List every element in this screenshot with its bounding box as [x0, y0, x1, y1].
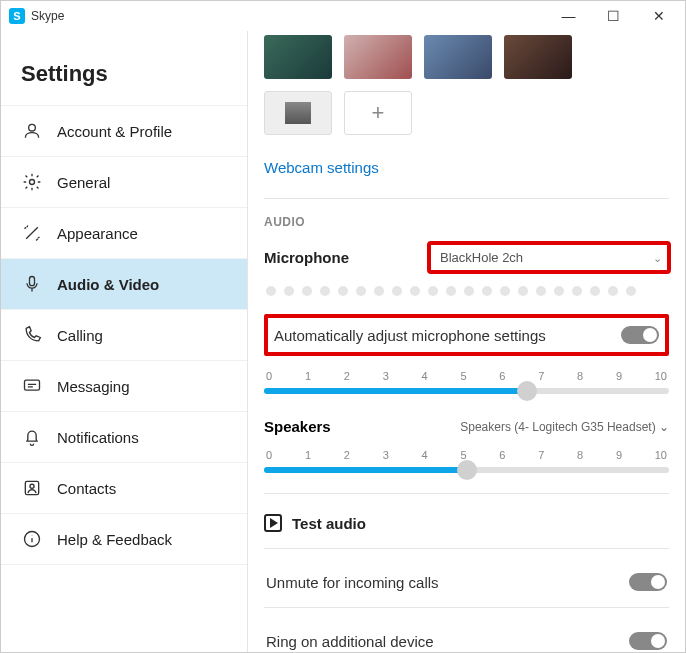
ring-additional-row: Ring on additional device: [264, 626, 669, 652]
audio-section-label: AUDIO: [264, 215, 669, 229]
sidebar-item-audio-video[interactable]: Audio & Video: [1, 258, 247, 309]
bg-thumb[interactable]: [424, 35, 492, 79]
chevron-down-icon: ⌄: [659, 420, 669, 434]
sidebar-item-contacts[interactable]: Contacts: [1, 462, 247, 513]
mic-slider-thumb[interactable]: [517, 381, 537, 401]
phone-icon: [21, 324, 43, 346]
sidebar-item-appearance[interactable]: Appearance: [1, 207, 247, 258]
sidebar-item-label: Calling: [57, 327, 103, 344]
sidebar-item-calling[interactable]: Calling: [1, 309, 247, 360]
ring-label: Ring on additional device: [266, 633, 629, 650]
auto-adjust-label: Automatically adjust microphone settings: [274, 327, 621, 344]
close-button[interactable]: ✕: [636, 2, 681, 30]
message-icon: [21, 375, 43, 397]
sidebar-item-label: Messaging: [57, 378, 130, 395]
svg-point-5: [30, 484, 34, 488]
unmute-incoming-row: Unmute for incoming calls: [264, 567, 669, 597]
webcam-settings-link[interactable]: Webcam settings: [264, 159, 669, 176]
sidebar: Settings Account & Profile General Appea…: [1, 31, 248, 652]
ring-toggle[interactable]: [629, 632, 667, 650]
bg-thumb[interactable]: [504, 35, 572, 79]
mic-slider-scale: 012345678910: [264, 370, 669, 382]
gear-icon: [21, 171, 43, 193]
sidebar-item-label: Account & Profile: [57, 123, 172, 140]
background-thumbnails: [264, 35, 669, 79]
sidebar-item-general[interactable]: General: [1, 156, 247, 207]
add-bg-button[interactable]: +: [344, 91, 412, 135]
sidebar-item-messaging[interactable]: Messaging: [1, 360, 247, 411]
info-icon: [21, 528, 43, 550]
sidebar-item-label: Help & Feedback: [57, 531, 172, 548]
test-audio-button[interactable]: Test audio: [264, 514, 669, 532]
speakers-select[interactable]: Speakers (4- Logitech G35 Headset) ⌄: [460, 420, 669, 434]
bg-thumb[interactable]: [264, 91, 332, 135]
svg-rect-2: [30, 277, 35, 286]
sidebar-item-label: Audio & Video: [57, 276, 159, 293]
wand-icon: [21, 222, 43, 244]
microphone-select[interactable]: BlackHole 2ch ⌄: [429, 243, 669, 272]
microphone-label: Microphone: [264, 249, 429, 266]
settings-heading: Settings: [1, 61, 247, 105]
svg-point-0: [29, 124, 36, 131]
mic-slider[interactable]: [264, 388, 669, 394]
contacts-icon: [21, 477, 43, 499]
sidebar-item-notifications[interactable]: Notifications: [1, 411, 247, 462]
microphone-value: BlackHole 2ch: [440, 250, 523, 265]
chevron-down-icon: ⌄: [653, 251, 662, 264]
sidebar-item-label: Contacts: [57, 480, 116, 497]
svg-rect-3: [25, 380, 40, 390]
sidebar-item-label: General: [57, 174, 110, 191]
unmute-label: Unmute for incoming calls: [266, 574, 629, 591]
play-icon: [264, 514, 282, 532]
app-title: Skype: [31, 9, 546, 23]
person-icon: [21, 120, 43, 142]
auto-adjust-toggle[interactable]: [621, 326, 659, 344]
sidebar-item-help[interactable]: Help & Feedback: [1, 513, 247, 565]
sidebar-item-label: Notifications: [57, 429, 139, 446]
maximize-button[interactable]: ☐: [591, 2, 636, 30]
bg-thumb[interactable]: [344, 35, 412, 79]
auto-adjust-mic-row: Automatically adjust microphone settings: [264, 314, 669, 356]
minimize-button[interactable]: —: [546, 2, 591, 30]
titlebar: S Skype — ☐ ✕: [1, 1, 685, 31]
bg-thumb[interactable]: [264, 35, 332, 79]
unmute-toggle[interactable]: [629, 573, 667, 591]
speaker-slider-thumb[interactable]: [457, 460, 477, 480]
svg-point-1: [30, 180, 35, 185]
bell-icon: [21, 426, 43, 448]
sidebar-item-account[interactable]: Account & Profile: [1, 105, 247, 156]
mic-level-meter: [264, 286, 669, 296]
microphone-icon: [21, 273, 43, 295]
sidebar-item-label: Appearance: [57, 225, 138, 242]
content-pane: + Webcam settings AUDIO Microphone Black…: [248, 31, 685, 652]
skype-icon: S: [9, 8, 25, 24]
speakers-label: Speakers: [264, 418, 460, 435]
speaker-slider[interactable]: [264, 467, 669, 473]
